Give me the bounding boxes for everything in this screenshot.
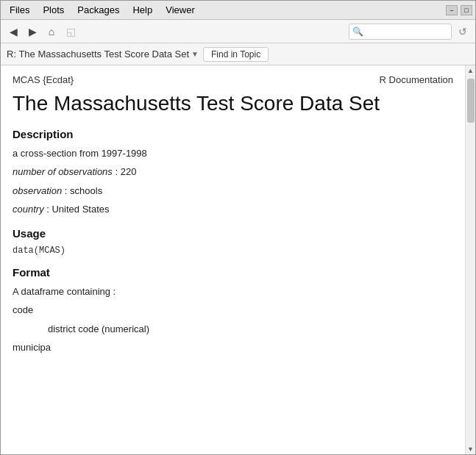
doc-package: MCAS {Ecdat} [13, 74, 74, 85]
title-dropdown-arrow[interactable]: ▼ [191, 50, 199, 58]
search-icon: 🔍 [352, 26, 363, 37]
format-code-desc: district code (numerical) [48, 322, 453, 337]
section-description: Description a cross-section from 1997-19… [13, 128, 453, 217]
minimize-button[interactable]: − [446, 5, 458, 15]
menu-viewer[interactable]: Viewer [160, 2, 201, 18]
maximize-button[interactable]: □ [461, 5, 472, 15]
history-button[interactable]: ◱ [63, 24, 79, 40]
toolbar: ◀ ▶ ⌂ ◱ 🔍 ↺ [1, 20, 475, 43]
format-municipa: municipa [13, 340, 453, 355]
desc-line-3: observation : schools [13, 184, 453, 198]
back-button[interactable]: ◀ [5, 24, 21, 40]
scroll-up-button[interactable]: ▲ [466, 65, 476, 76]
forward-button[interactable]: ▶ [24, 24, 40, 40]
address-bar: R: The Massachusetts Test Score Data Set… [1, 43, 475, 65]
window-controls: − □ [446, 5, 472, 15]
menu-help[interactable]: Help [127, 2, 158, 18]
section-format: Format A dataframe containing : code dis… [13, 266, 453, 355]
format-code-label: code [13, 303, 453, 318]
menu-files[interactable]: Files [4, 2, 35, 18]
menu-plots[interactable]: Plots [37, 2, 70, 18]
usage-code: data(MCAS) [13, 246, 453, 256]
page-title-text: R: The Massachusetts Test Score Data Set [7, 49, 189, 60]
section-usage: Usage data(MCAS) [13, 227, 453, 256]
desc-line-1: a cross-section from 1997-1998 [13, 146, 453, 161]
page-title[interactable]: R: The Massachusetts Test Score Data Set… [7, 49, 199, 60]
search-box: 🔍 [349, 24, 452, 40]
find-topic-button[interactable]: Find in Topic [203, 47, 269, 62]
doc-source: R Documentation [380, 74, 453, 85]
menubar: Files Plots Packages Help Viewer − □ [1, 1, 475, 20]
doc-header-row: MCAS {Ecdat} R Documentation [13, 74, 453, 85]
scroll-thumb[interactable] [467, 79, 475, 123]
section-description-heading: Description [13, 128, 453, 140]
content-area: MCAS {Ecdat} R Documentation The Massach… [1, 65, 475, 454]
section-format-heading: Format [13, 266, 453, 279]
menu-packages[interactable]: Packages [71, 2, 125, 18]
desc-line-4: country : United States [13, 202, 453, 217]
scroll-down-button[interactable]: ▼ [466, 444, 476, 454]
home-button[interactable]: ⌂ [43, 24, 60, 40]
scrollbar: ▲ ▼ [465, 65, 475, 454]
section-usage-heading: Usage [13, 227, 453, 240]
refresh-button[interactable]: ↺ [455, 24, 471, 40]
help-viewer-window: Files Plots Packages Help Viewer − □ ◀ ▶… [0, 0, 476, 455]
format-line-1: A dataframe containing : [13, 284, 453, 299]
desc-line-2: number of observations : 220 [13, 165, 453, 179]
doc-content: MCAS {Ecdat} R Documentation The Massach… [1, 65, 465, 454]
doc-title: The Massachusetts Test Score Data Set [13, 91, 453, 116]
